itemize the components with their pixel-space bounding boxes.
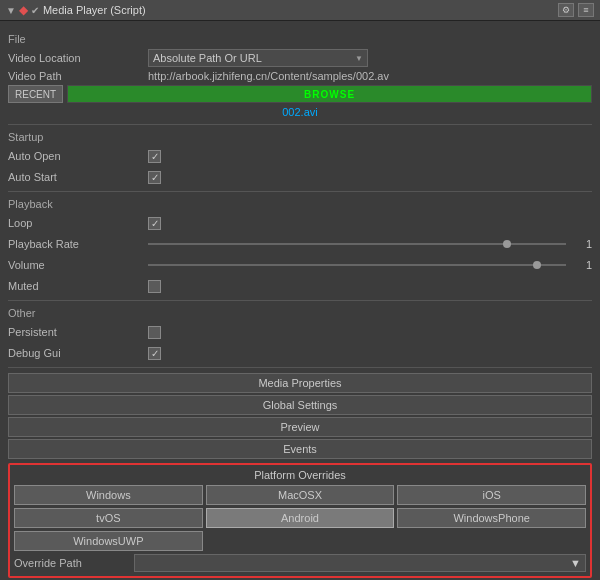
video-location-label: Video Location	[8, 52, 148, 64]
divider-1	[8, 124, 592, 125]
divider-2	[8, 191, 592, 192]
video-location-row: Video Location Absolute Path Or URL ▼	[8, 49, 592, 67]
startup-section-label: Startup	[8, 131, 592, 143]
persistent-checkbox[interactable]	[148, 326, 161, 339]
debug-gui-label: Debug Gui	[8, 347, 148, 359]
volume-row: Volume 1	[8, 256, 592, 274]
platform-grid-1: Windows MacOSX iOS	[14, 485, 586, 505]
title-actions: ⚙ ≡	[558, 3, 594, 17]
collapse-icon[interactable]: ▼	[6, 5, 16, 16]
persistent-label: Persistent	[8, 326, 148, 338]
volume-label: Volume	[8, 259, 148, 271]
video-path-row: Video Path http://arbook.jizhifeng.cn/Co…	[8, 70, 592, 82]
loop-label: Loop	[8, 217, 148, 229]
menu-button[interactable]: ≡	[578, 3, 594, 17]
playback-rate-slider-track[interactable]	[148, 243, 566, 245]
override-path-dropdown[interactable]: ▼	[134, 554, 586, 572]
windows-button[interactable]: Windows	[14, 485, 203, 505]
divider-4	[8, 367, 592, 368]
auto-start-checkbox[interactable]	[148, 171, 161, 184]
loop-checkbox[interactable]	[148, 217, 161, 230]
persistent-row: Persistent	[8, 323, 592, 341]
platform-section: Platform Overrides Windows MacOSX iOS tv…	[8, 463, 592, 578]
playback-rate-slider-thumb[interactable]	[503, 240, 511, 248]
media-properties-button[interactable]: Media Properties	[8, 373, 592, 393]
browse-row: RECENT BROWSE	[8, 85, 592, 103]
macos-button[interactable]: MacOSX	[206, 485, 395, 505]
events-button[interactable]: Events	[8, 439, 592, 459]
title-bar: ▼ ◆ ✔ Media Player (Script) ⚙ ≡	[0, 0, 600, 21]
volume-value: 1	[572, 259, 592, 271]
browse-button[interactable]: BROWSE	[67, 85, 592, 103]
volume-slider-thumb[interactable]	[533, 261, 541, 269]
playback-rate-slider-container: 1	[148, 238, 592, 250]
override-dropdown-arrow-icon: ▼	[570, 557, 581, 569]
divider-3	[8, 300, 592, 301]
loop-row: Loop	[8, 214, 592, 232]
override-path-label: Override Path	[14, 557, 134, 569]
platform-grid-2: tvOS Android WindowsPhone	[14, 508, 586, 528]
video-path-label: Video Path	[8, 70, 148, 82]
debug-gui-row: Debug Gui	[8, 344, 592, 362]
script-icon: ✔	[31, 5, 39, 16]
platform-row-3: WindowsUWP	[14, 531, 586, 551]
recent-button[interactable]: RECENT	[8, 85, 63, 103]
filename-text: 002.avi	[282, 106, 317, 118]
debug-gui-checkbox[interactable]	[148, 347, 161, 360]
playback-rate-value: 1	[572, 238, 592, 250]
filename-row: 002.avi	[8, 106, 592, 118]
video-path-value: http://arbook.jizhifeng.cn/Content/sampl…	[148, 70, 389, 82]
override-path-row: Override Path ▼	[14, 554, 586, 572]
global-settings-button[interactable]: Global Settings	[8, 395, 592, 415]
main-content: File Video Location Absolute Path Or URL…	[0, 21, 600, 580]
auto-open-checkbox[interactable]	[148, 150, 161, 163]
windowsuwp-button[interactable]: WindowsUWP	[14, 531, 203, 551]
android-button[interactable]: Android	[206, 508, 395, 528]
platform-overrides-label: Platform Overrides	[14, 469, 586, 481]
muted-row: Muted	[8, 277, 592, 295]
auto-open-label: Auto Open	[8, 150, 148, 162]
video-location-dropdown[interactable]: Absolute Path Or URL ▼	[148, 49, 368, 67]
file-section-label: File	[8, 33, 592, 45]
playback-rate-label: Playback Rate	[8, 238, 148, 250]
dropdown-arrow-icon: ▼	[355, 54, 363, 63]
video-location-value: Absolute Path Or URL	[153, 52, 262, 64]
auto-start-row: Auto Start	[8, 168, 592, 186]
auto-open-row: Auto Open	[8, 147, 592, 165]
other-section-label: Other	[8, 307, 592, 319]
tvos-button[interactable]: tvOS	[14, 508, 203, 528]
volume-slider-container: 1	[148, 259, 592, 271]
muted-label: Muted	[8, 280, 148, 292]
title-bar-icons: ▼ ◆ ✔	[6, 3, 39, 17]
playback-section-label: Playback	[8, 198, 592, 210]
preview-button[interactable]: Preview	[8, 417, 592, 437]
object-icon: ◆	[19, 3, 28, 17]
ios-button[interactable]: iOS	[397, 485, 586, 505]
title-text: Media Player (Script)	[43, 4, 554, 16]
volume-slider-track[interactable]	[148, 264, 566, 266]
settings-button[interactable]: ⚙	[558, 3, 574, 17]
auto-start-label: Auto Start	[8, 171, 148, 183]
muted-checkbox[interactable]	[148, 280, 161, 293]
windowsphone-button[interactable]: WindowsPhone	[397, 508, 586, 528]
playback-rate-row: Playback Rate 1	[8, 235, 592, 253]
